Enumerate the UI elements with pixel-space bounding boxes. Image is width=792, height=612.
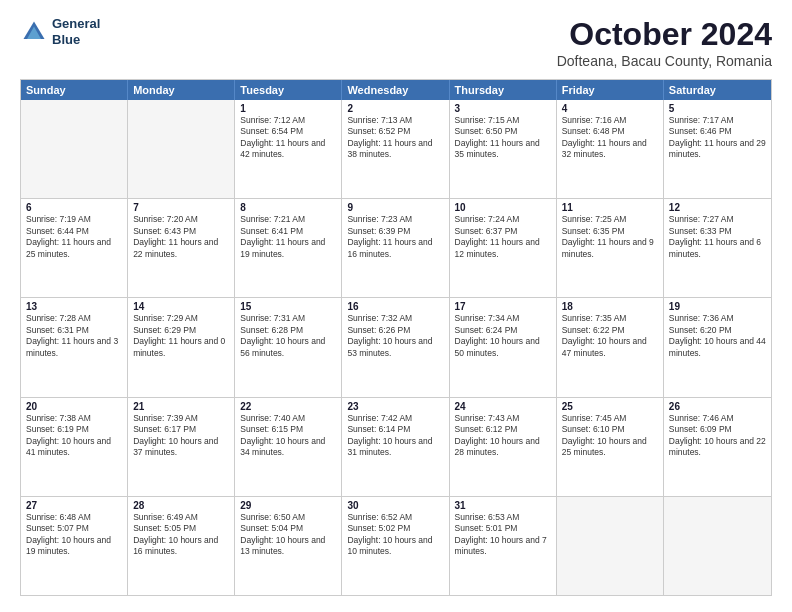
day-info: Sunrise: 6:53 AM Sunset: 5:01 PM Dayligh…	[455, 512, 551, 558]
day-cell-15: 15Sunrise: 7:31 AM Sunset: 6:28 PM Dayli…	[235, 298, 342, 396]
day-info: Sunrise: 7:29 AM Sunset: 6:29 PM Dayligh…	[133, 313, 229, 359]
day-cell-1: 1Sunrise: 7:12 AM Sunset: 6:54 PM Daylig…	[235, 100, 342, 198]
day-info: Sunrise: 7:35 AM Sunset: 6:22 PM Dayligh…	[562, 313, 658, 359]
day-cell-19: 19Sunrise: 7:36 AM Sunset: 6:20 PM Dayli…	[664, 298, 771, 396]
empty-cell-0-1	[128, 100, 235, 198]
page: General Blue October 2024 Dofteana, Baca…	[0, 0, 792, 612]
weekday-header-thursday: Thursday	[450, 80, 557, 100]
logo: General Blue	[20, 16, 100, 47]
day-info: Sunrise: 7:45 AM Sunset: 6:10 PM Dayligh…	[562, 413, 658, 459]
day-cell-4: 4Sunrise: 7:16 AM Sunset: 6:48 PM Daylig…	[557, 100, 664, 198]
day-cell-11: 11Sunrise: 7:25 AM Sunset: 6:35 PM Dayli…	[557, 199, 664, 297]
calendar-header: SundayMondayTuesdayWednesdayThursdayFrid…	[21, 80, 771, 100]
day-number: 28	[133, 500, 229, 511]
day-cell-24: 24Sunrise: 7:43 AM Sunset: 6:12 PM Dayli…	[450, 398, 557, 496]
day-number: 27	[26, 500, 122, 511]
day-cell-29: 29Sunrise: 6:50 AM Sunset: 5:04 PM Dayli…	[235, 497, 342, 595]
day-info: Sunrise: 7:46 AM Sunset: 6:09 PM Dayligh…	[669, 413, 766, 459]
logo-icon	[20, 18, 48, 46]
day-info: Sunrise: 7:42 AM Sunset: 6:14 PM Dayligh…	[347, 413, 443, 459]
day-info: Sunrise: 6:48 AM Sunset: 5:07 PM Dayligh…	[26, 512, 122, 558]
day-number: 5	[669, 103, 766, 114]
day-cell-18: 18Sunrise: 7:35 AM Sunset: 6:22 PM Dayli…	[557, 298, 664, 396]
day-cell-28: 28Sunrise: 6:49 AM Sunset: 5:05 PM Dayli…	[128, 497, 235, 595]
day-cell-27: 27Sunrise: 6:48 AM Sunset: 5:07 PM Dayli…	[21, 497, 128, 595]
empty-cell-4-5	[557, 497, 664, 595]
day-number: 8	[240, 202, 336, 213]
weekday-header-monday: Monday	[128, 80, 235, 100]
day-info: Sunrise: 7:31 AM Sunset: 6:28 PM Dayligh…	[240, 313, 336, 359]
calendar-row-1: 6Sunrise: 7:19 AM Sunset: 6:44 PM Daylig…	[21, 198, 771, 297]
day-number: 29	[240, 500, 336, 511]
day-info: Sunrise: 6:52 AM Sunset: 5:02 PM Dayligh…	[347, 512, 443, 558]
day-number: 21	[133, 401, 229, 412]
day-number: 13	[26, 301, 122, 312]
day-info: Sunrise: 7:13 AM Sunset: 6:52 PM Dayligh…	[347, 115, 443, 161]
calendar-row-0: 1Sunrise: 7:12 AM Sunset: 6:54 PM Daylig…	[21, 100, 771, 198]
day-cell-30: 30Sunrise: 6:52 AM Sunset: 5:02 PM Dayli…	[342, 497, 449, 595]
day-number: 31	[455, 500, 551, 511]
day-info: Sunrise: 7:43 AM Sunset: 6:12 PM Dayligh…	[455, 413, 551, 459]
day-number: 6	[26, 202, 122, 213]
weekday-header-wednesday: Wednesday	[342, 80, 449, 100]
day-cell-9: 9Sunrise: 7:23 AM Sunset: 6:39 PM Daylig…	[342, 199, 449, 297]
day-cell-26: 26Sunrise: 7:46 AM Sunset: 6:09 PM Dayli…	[664, 398, 771, 496]
day-cell-6: 6Sunrise: 7:19 AM Sunset: 6:44 PM Daylig…	[21, 199, 128, 297]
day-info: Sunrise: 7:20 AM Sunset: 6:43 PM Dayligh…	[133, 214, 229, 260]
title-block: October 2024 Dofteana, Bacau County, Rom…	[557, 16, 772, 69]
day-cell-17: 17Sunrise: 7:34 AM Sunset: 6:24 PM Dayli…	[450, 298, 557, 396]
day-number: 16	[347, 301, 443, 312]
day-cell-13: 13Sunrise: 7:28 AM Sunset: 6:31 PM Dayli…	[21, 298, 128, 396]
day-number: 12	[669, 202, 766, 213]
day-number: 15	[240, 301, 336, 312]
day-cell-5: 5Sunrise: 7:17 AM Sunset: 6:46 PM Daylig…	[664, 100, 771, 198]
day-info: Sunrise: 7:34 AM Sunset: 6:24 PM Dayligh…	[455, 313, 551, 359]
day-number: 9	[347, 202, 443, 213]
calendar-row-2: 13Sunrise: 7:28 AM Sunset: 6:31 PM Dayli…	[21, 297, 771, 396]
day-cell-31: 31Sunrise: 6:53 AM Sunset: 5:01 PM Dayli…	[450, 497, 557, 595]
day-cell-14: 14Sunrise: 7:29 AM Sunset: 6:29 PM Dayli…	[128, 298, 235, 396]
day-number: 10	[455, 202, 551, 213]
empty-cell-4-6	[664, 497, 771, 595]
day-info: Sunrise: 7:23 AM Sunset: 6:39 PM Dayligh…	[347, 214, 443, 260]
calendar-row-3: 20Sunrise: 7:38 AM Sunset: 6:19 PM Dayli…	[21, 397, 771, 496]
day-info: Sunrise: 6:50 AM Sunset: 5:04 PM Dayligh…	[240, 512, 336, 558]
day-number: 25	[562, 401, 658, 412]
day-info: Sunrise: 7:19 AM Sunset: 6:44 PM Dayligh…	[26, 214, 122, 260]
weekday-header-friday: Friday	[557, 80, 664, 100]
day-number: 19	[669, 301, 766, 312]
day-number: 7	[133, 202, 229, 213]
day-info: Sunrise: 7:38 AM Sunset: 6:19 PM Dayligh…	[26, 413, 122, 459]
weekday-header-tuesday: Tuesday	[235, 80, 342, 100]
day-info: Sunrise: 7:21 AM Sunset: 6:41 PM Dayligh…	[240, 214, 336, 260]
day-info: Sunrise: 7:16 AM Sunset: 6:48 PM Dayligh…	[562, 115, 658, 161]
calendar-body: 1Sunrise: 7:12 AM Sunset: 6:54 PM Daylig…	[21, 100, 771, 595]
day-number: 22	[240, 401, 336, 412]
day-number: 17	[455, 301, 551, 312]
day-info: Sunrise: 7:17 AM Sunset: 6:46 PM Dayligh…	[669, 115, 766, 161]
logo-line1: General	[52, 16, 100, 32]
day-cell-10: 10Sunrise: 7:24 AM Sunset: 6:37 PM Dayli…	[450, 199, 557, 297]
day-cell-21: 21Sunrise: 7:39 AM Sunset: 6:17 PM Dayli…	[128, 398, 235, 496]
logo-line2: Blue	[52, 32, 100, 48]
day-info: Sunrise: 7:24 AM Sunset: 6:37 PM Dayligh…	[455, 214, 551, 260]
day-cell-2: 2Sunrise: 7:13 AM Sunset: 6:52 PM Daylig…	[342, 100, 449, 198]
calendar-row-4: 27Sunrise: 6:48 AM Sunset: 5:07 PM Dayli…	[21, 496, 771, 595]
day-info: Sunrise: 7:27 AM Sunset: 6:33 PM Dayligh…	[669, 214, 766, 260]
calendar: SundayMondayTuesdayWednesdayThursdayFrid…	[20, 79, 772, 596]
day-cell-12: 12Sunrise: 7:27 AM Sunset: 6:33 PM Dayli…	[664, 199, 771, 297]
day-number: 30	[347, 500, 443, 511]
weekday-header-saturday: Saturday	[664, 80, 771, 100]
day-cell-16: 16Sunrise: 7:32 AM Sunset: 6:26 PM Dayli…	[342, 298, 449, 396]
empty-cell-0-0	[21, 100, 128, 198]
day-number: 3	[455, 103, 551, 114]
month-title: October 2024	[557, 16, 772, 53]
day-cell-8: 8Sunrise: 7:21 AM Sunset: 6:41 PM Daylig…	[235, 199, 342, 297]
day-cell-25: 25Sunrise: 7:45 AM Sunset: 6:10 PM Dayli…	[557, 398, 664, 496]
day-number: 14	[133, 301, 229, 312]
day-info: Sunrise: 7:25 AM Sunset: 6:35 PM Dayligh…	[562, 214, 658, 260]
day-cell-20: 20Sunrise: 7:38 AM Sunset: 6:19 PM Dayli…	[21, 398, 128, 496]
day-cell-7: 7Sunrise: 7:20 AM Sunset: 6:43 PM Daylig…	[128, 199, 235, 297]
location-subtitle: Dofteana, Bacau County, Romania	[557, 53, 772, 69]
day-info: Sunrise: 7:36 AM Sunset: 6:20 PM Dayligh…	[669, 313, 766, 359]
